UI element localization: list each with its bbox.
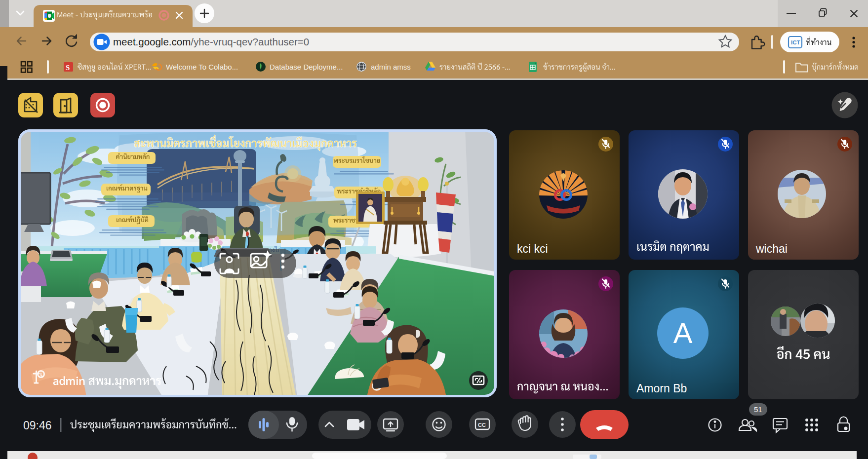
svg-text:51: 51 bbox=[754, 405, 762, 414]
svg-text:CC: CC bbox=[478, 422, 486, 428]
